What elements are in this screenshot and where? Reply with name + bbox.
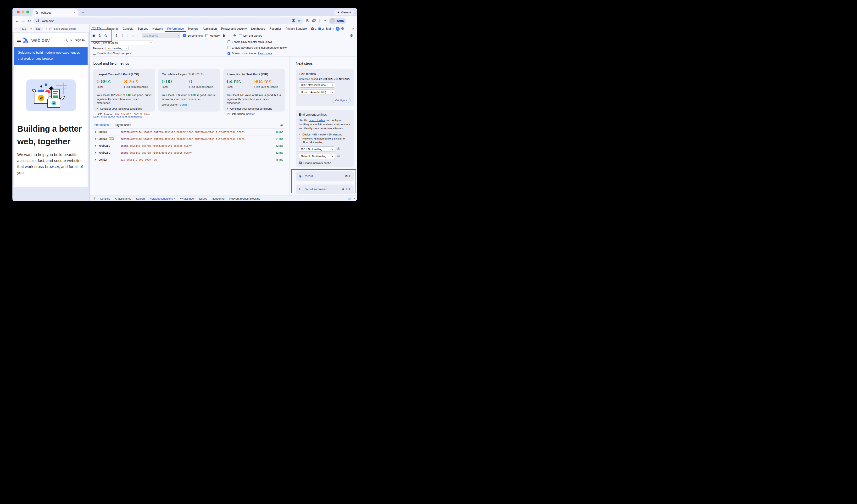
zoom-select[interactable]: { ▾	[45, 27, 47, 30]
interaction-row[interactable]: ▶ pointer div.devsite-top-logo-row 48 ms	[93, 156, 285, 163]
tab-network[interactable]: Network	[150, 26, 165, 32]
tab-application[interactable]: Application	[201, 26, 219, 32]
row-caret-icon[interactable]: ▶	[95, 145, 97, 147]
load-profile-icon[interactable]: ↥	[115, 34, 118, 37]
memory-checkbox[interactable]: Memory	[205, 34, 220, 37]
row-caret-icon[interactable]: ▶	[95, 131, 97, 133]
interaction-row[interactable]: ▶ keyboard input.devsite-search-field.de…	[93, 142, 285, 149]
tab-close-icon[interactable]: ×	[74, 11, 75, 14]
browser-menu-icon[interactable]: ⋮	[349, 19, 354, 23]
devtools-menu-icon[interactable]: ⋮	[345, 27, 351, 31]
interaction-row[interactable]: ▶ pointer INP button.devsite-search-butt…	[93, 135, 285, 142]
context-select[interactable]: Main ▾	[326, 27, 334, 30]
tab-lighthouse[interactable]: Lighthouse	[249, 26, 267, 32]
tab-layout-shifts[interactable]: Layout shifts	[114, 122, 131, 128]
inp-disclosure[interactable]: ▶ Consider your local test conditions	[227, 107, 282, 110]
capture-settings-gear-icon[interactable]: ⚙	[349, 34, 354, 38]
new-tab-button[interactable]: +	[79, 10, 87, 16]
tune-icon[interactable]	[36, 19, 39, 22]
worst-cluster-link[interactable]: 1 shift	[180, 103, 187, 106]
profile-chip[interactable]: Work	[329, 18, 346, 24]
back-icon[interactable]: ←	[15, 19, 19, 23]
tab-memory[interactable]: Memory	[186, 26, 201, 32]
live-metrics-home-icon[interactable]: ⌂	[132, 34, 134, 37]
sign-in-link[interactable]: Sign in	[74, 38, 85, 42]
record-button[interactable]: ◉ Record ⌘ E	[296, 171, 354, 181]
row-caret-icon[interactable]: ▶	[95, 138, 97, 140]
drawer-tab-issues[interactable]: Issues	[197, 196, 209, 201]
issues-badge-icon[interactable]	[318, 28, 321, 30]
drawer-tab-close-icon[interactable]: ×	[174, 198, 175, 200]
url-text[interactable]: web.dev	[42, 19, 289, 23]
drawer-tab-rendering[interactable]: Rendering	[209, 196, 227, 201]
drawer-tab-search[interactable]: Search	[134, 196, 147, 201]
throttle-select[interactable]: | ▾	[49, 27, 52, 30]
clear-interactions-icon[interactable]: ⊘	[280, 123, 285, 127]
drawer-tab-whats-new[interactable]: What's new	[178, 196, 197, 201]
viewport-height-input[interactable]: 823	[33, 27, 43, 31]
inspect-element-icon[interactable]	[91, 27, 97, 31]
tab-privacy-security[interactable]: Privacy and security	[219, 26, 249, 32]
device-toolbar-menu-icon[interactable]: ⋮	[77, 27, 80, 31]
disable-network-cache-checkbox[interactable]: ✓ Disable network cache	[299, 162, 351, 164]
gc-brush-icon[interactable]	[222, 34, 225, 37]
sidebar-cpu-select[interactable]: CPU: No throttling▾	[299, 147, 335, 152]
tab-console[interactable]: Console	[121, 26, 135, 32]
custom-tracks-learn-more-link[interactable]: Learn more	[258, 52, 272, 55]
field-device-select[interactable]: Device: Auto (Mobile)▾	[299, 89, 335, 95]
downloads-icon[interactable]	[323, 19, 326, 22]
record-reload-icon[interactable]: ↻	[98, 34, 101, 37]
forward-icon[interactable]: →	[21, 19, 26, 23]
close-window-button[interactable]	[17, 11, 20, 13]
cpu-info-icon[interactable]: ⓘ	[337, 147, 340, 151]
collapse-tracks-icon[interactable]	[233, 34, 236, 37]
error-badge-icon[interactable]: ×	[311, 27, 314, 30]
tab-interactions[interactable]: Interactions	[93, 122, 109, 128]
css-selector-stats-checkbox[interactable]: Enable CSS selector stats (slow)	[228, 40, 272, 43]
issues-count[interactable]: 2	[322, 27, 324, 30]
row-caret-icon[interactable]: ▶	[95, 151, 97, 154]
install-icon[interactable]	[292, 19, 295, 22]
tab-sources[interactable]: Sources	[135, 26, 150, 32]
devtools-close-icon[interactable]: ×	[351, 27, 355, 31]
minimize-window-button[interactable]	[21, 11, 24, 13]
browser-tab[interactable]: web.dev ×	[33, 9, 79, 16]
ai-assistance-icon[interactable]: ✦	[336, 27, 340, 31]
save-profile-icon[interactable]: ↧	[121, 34, 124, 37]
hamburger-menu-icon[interactable]	[17, 38, 21, 43]
interaction-row[interactable]: ▶ keyboard input.devsite-search-field.de…	[93, 149, 285, 156]
interaction-row[interactable]: ▶ pointer button.devsite-search-button.d…	[93, 129, 285, 135]
dim-3rd-parties-checkbox[interactable]: Dim 3rd parties	[239, 34, 262, 37]
row-caret-icon[interactable]: ▶	[95, 158, 97, 161]
custom-tracks-checkbox[interactable]: ✓ Show custom tracks	[228, 52, 256, 55]
device-select[interactable]: [ ▾	[15, 27, 17, 30]
drawer-menu-icon[interactable]: ⋮	[91, 197, 98, 200]
clear-icon[interactable]: ⊘	[104, 34, 107, 37]
advanced-paint-checkbox[interactable]: Enable advanced paint instrumentation (s…	[228, 46, 288, 49]
site-banner[interactable]: Guidance to build modern web experiences…	[14, 47, 87, 65]
search-tabs-icon[interactable]	[312, 19, 316, 22]
tab-privacy-sandbox[interactable]: Privacy Sandbox	[283, 26, 309, 32]
error-count[interactable]: 1	[315, 27, 317, 30]
metrics-learn-more-link[interactable]: Learn more about local and field metrics	[93, 115, 142, 118]
gemini-button[interactable]: ✦ Gemini	[334, 10, 354, 15]
record-icon[interactable]: ◉	[93, 34, 96, 37]
zoom-window-button[interactable]	[26, 11, 29, 13]
theme-toggle-icon[interactable]: ☀	[70, 38, 73, 42]
extensions-icon[interactable]	[306, 19, 309, 23]
tab-recorder[interactable]: Recorder	[267, 26, 283, 32]
drawer-layout-icon[interactable]: ◫	[348, 197, 351, 200]
field-url-select[interactable]: URL: https://web.dev/▾	[299, 82, 335, 88]
drawer-tab-ai-assistance[interactable]: AI assistance	[113, 196, 134, 201]
screenshots-checkbox[interactable]: ✓ Screenshots	[183, 34, 203, 37]
cpu-throttling-select[interactable]: No throttling▾	[101, 40, 153, 45]
history-select[interactable]: Live metrics▾	[141, 33, 180, 38]
tab-performance[interactable]: Performance	[165, 26, 186, 32]
viewport-width-input[interactable]: 412	[19, 27, 29, 31]
drawer-close-icon[interactable]: ×	[353, 197, 355, 200]
disable-js-samples-checkbox[interactable]: Disable JavaScript samples	[93, 52, 131, 54]
sidebar-network-select[interactable]: Network: No throttling▾	[299, 154, 335, 159]
inp-interaction-link[interactable]: pointer	[246, 113, 255, 115]
configure-button[interactable]: Configure	[332, 98, 351, 103]
network-info-icon[interactable]: ⓘ	[337, 154, 340, 158]
